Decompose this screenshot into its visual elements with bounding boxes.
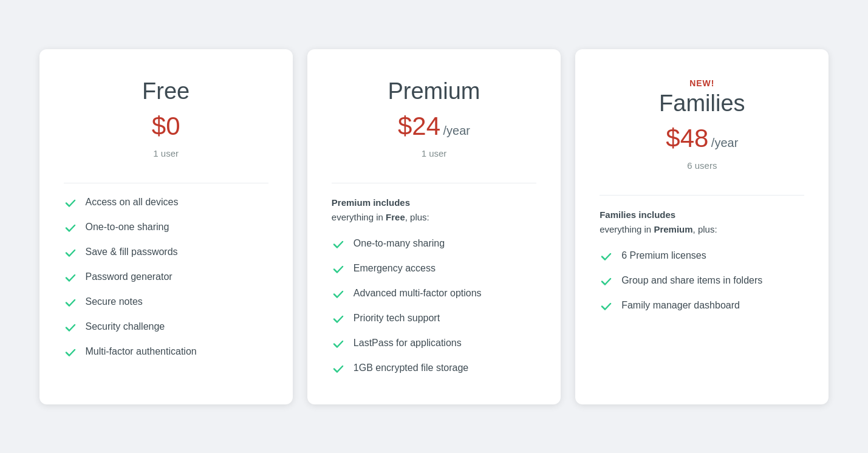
feature-text: Secure notes (86, 295, 143, 308)
list-item: Password generator (64, 270, 268, 284)
families-plan-card: NEW! Families $48 /year 6 users Families… (575, 49, 829, 404)
check-icon (332, 262, 345, 276)
feature-text: 6 Premium licenses (621, 249, 706, 262)
feature-text: Advanced multi-factor options (354, 287, 482, 300)
list-item: LastPass for applications (332, 336, 536, 350)
premium-includes-free-bold: Free (386, 212, 405, 222)
list-item: Secure notes (64, 295, 268, 309)
check-icon (64, 296, 77, 309)
list-item: Access on all devices (64, 196, 268, 209)
check-icon (64, 246, 77, 259)
list-item: One-to-one sharing (64, 220, 268, 234)
free-feature-list: Access on all devices One-to-one sharing… (64, 196, 268, 375)
list-item: Advanced multi-factor options (332, 287, 536, 301)
families-price-container: $48 /year (600, 124, 804, 153)
check-icon (332, 312, 345, 325)
list-item: Emergency access (332, 262, 536, 276)
families-includes-prefix: everything in (600, 224, 654, 234)
premium-plan-price: $24 (398, 112, 440, 140)
families-includes-suffix: , plus: (693, 224, 717, 234)
families-feature-list: 6 Premium licenses Group and share items… (600, 249, 804, 375)
feature-text: Access on all devices (86, 196, 179, 209)
list-item: Group and share items in folders (600, 274, 804, 288)
families-card-header: NEW! Families $48 /year 6 users (600, 78, 804, 171)
premium-includes-bold: Premium includes (332, 197, 410, 208)
check-icon (332, 337, 345, 350)
list-item: Multi-factor authentication (64, 345, 268, 359)
families-plan-name: Families (600, 90, 804, 117)
feature-text: Security challenge (86, 320, 165, 333)
premium-plan-name: Premium (332, 78, 536, 104)
premium-plan-card: Premium $24 /year 1 user Premium include… (307, 49, 561, 404)
check-icon (332, 237, 345, 251)
premium-includes-suffix: , plus: (405, 212, 429, 222)
check-icon (332, 287, 345, 301)
pricing-container: Free $0 1 user Access on all devices One… (15, 25, 853, 429)
list-item: Save & fill passwords (64, 245, 268, 259)
free-divider (64, 183, 268, 183)
premium-card-header: Premium $24 /year 1 user (332, 78, 536, 158)
premium-feature-list: One-to-many sharing Emergency access Adv… (332, 237, 536, 375)
premium-user-count: 1 user (332, 148, 536, 158)
feature-text: Priority tech support (354, 312, 440, 325)
families-includes-bold: Families includes (600, 209, 675, 220)
free-price-container: $0 (64, 112, 268, 141)
feature-text: Group and share items in folders (621, 274, 762, 287)
check-icon (64, 271, 77, 284)
feature-text: Password generator (86, 270, 173, 284)
check-icon (332, 362, 345, 375)
families-divider (600, 195, 804, 196)
free-user-count: 1 user (64, 148, 268, 158)
families-includes-premium-bold: Premium (654, 224, 692, 234)
premium-price-period: /year (443, 124, 470, 137)
list-item: 1GB encrypted file storage (332, 361, 536, 375)
feature-text: LastPass for applications (354, 336, 462, 350)
feature-text: Multi-factor authentication (86, 345, 197, 358)
feature-text: One-to-one sharing (86, 220, 169, 234)
feature-text: Emergency access (354, 262, 436, 275)
free-plan-name: Free (64, 78, 268, 104)
list-item: One-to-many sharing (332, 237, 536, 251)
feature-text: Save & fill passwords (86, 245, 178, 259)
premium-price-container: $24 /year (332, 112, 536, 141)
check-icon (600, 299, 613, 313)
list-item: 6 Premium licenses (600, 249, 804, 263)
feature-text: Family manager dashboard (621, 299, 740, 312)
check-icon (600, 274, 613, 288)
premium-includes-text: Premium includes everything in Free, plu… (332, 196, 536, 225)
families-includes-text: Families includes everything in Premium,… (600, 208, 804, 237)
families-plan-price: $48 (666, 124, 708, 152)
check-icon (64, 221, 77, 234)
new-badge: NEW! (600, 78, 804, 88)
check-icon (64, 321, 77, 334)
free-plan-card: Free $0 1 user Access on all devices One… (39, 49, 293, 404)
feature-text: One-to-many sharing (354, 237, 445, 250)
list-item: Priority tech support (332, 312, 536, 325)
premium-divider (332, 183, 536, 183)
check-icon (64, 196, 77, 209)
list-item: Security challenge (64, 320, 268, 334)
check-icon (600, 250, 613, 263)
free-card-header: Free $0 1 user (64, 78, 268, 158)
families-user-count: 6 users (600, 160, 804, 171)
families-price-period: /year (711, 136, 738, 149)
premium-includes-prefix: everything in (332, 212, 386, 222)
list-item: Family manager dashboard (600, 299, 804, 313)
free-plan-price: $0 (152, 112, 180, 140)
check-icon (64, 346, 77, 359)
feature-text: 1GB encrypted file storage (354, 361, 468, 375)
